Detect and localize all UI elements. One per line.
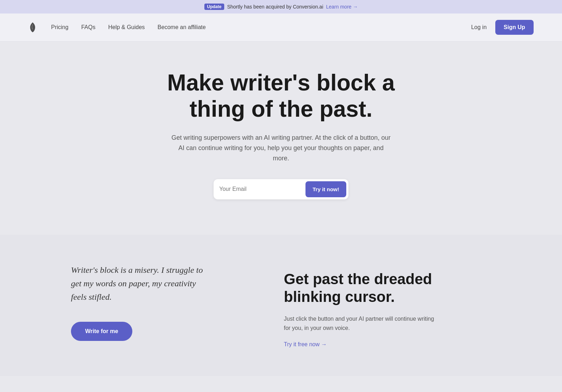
nav-link-help[interactable]: Help & Guides <box>108 24 145 30</box>
email-input[interactable] <box>219 183 305 195</box>
right-description: Just click the button and your AI partne… <box>284 314 440 332</box>
nav-links: Pricing FAQs Help & Guides Become an aff… <box>51 24 206 31</box>
write-for-me-button[interactable]: Write for me <box>71 322 132 341</box>
hero-section: Make writer's block a thing of the past.… <box>0 42 562 235</box>
hero-heading-line1: Make writer's block a <box>167 70 395 95</box>
nav-left: Pricing FAQs Help & Guides Become an aff… <box>28 22 206 33</box>
try-free-link[interactable]: Try it free now → <box>284 341 327 347</box>
hero-subtext: Get writing superpowers with an AI writi… <box>171 133 391 163</box>
writers-block-quote: Writer's block is a misery. I struggle t… <box>71 263 213 304</box>
logo[interactable] <box>28 22 37 33</box>
left-content: Writer's block is a misery. I struggle t… <box>71 263 213 341</box>
signup-button[interactable]: Sign Up <box>495 20 534 35</box>
announcement-text: Shortly has been acquired by Conversion.… <box>227 4 323 10</box>
hero-heading-line2: thing of the past. <box>189 96 373 122</box>
right-content: Get past the dreaded blinking cursor. Ju… <box>284 263 440 348</box>
logo-icon <box>28 22 37 33</box>
update-badge: Update <box>204 4 225 10</box>
nav-link-pricing[interactable]: Pricing <box>51 24 68 30</box>
login-button[interactable]: Log in <box>471 24 487 31</box>
nav-link-faqs[interactable]: FAQs <box>81 24 95 30</box>
learn-more-link[interactable]: Learn more → <box>326 4 358 10</box>
announcement-bar: Update Shortly has been acquired by Conv… <box>0 0 562 13</box>
hero-heading: Make writer's block a thing of the past. <box>139 70 423 122</box>
content-section: Writer's block is a misery. I struggle t… <box>0 235 562 376</box>
nav-link-affiliate[interactable]: Become an affiliate <box>158 24 206 30</box>
nav-right: Log in Sign Up <box>471 20 534 35</box>
email-form: Try it now! <box>214 179 348 199</box>
right-heading: Get past the dreaded blinking cursor. <box>284 270 440 306</box>
try-now-button[interactable]: Try it now! <box>305 181 346 197</box>
main-nav: Pricing FAQs Help & Guides Become an aff… <box>0 13 562 42</box>
